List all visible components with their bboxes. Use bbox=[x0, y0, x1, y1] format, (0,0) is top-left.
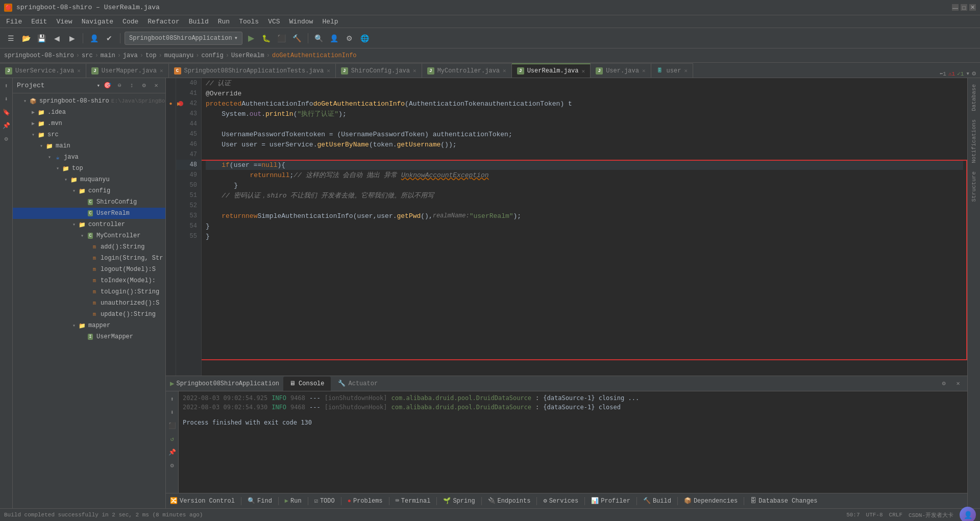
bt-services[interactable]: ⚙ Services bbox=[543, 497, 578, 505]
tab-usermapper[interactable]: J UserMapper.java ✕ bbox=[86, 63, 169, 78]
menu-code[interactable]: Code bbox=[118, 17, 142, 27]
console-stop-button[interactable]: ⬛ bbox=[166, 420, 178, 431]
crumb-method[interactable]: doGetAuthenticationInfo bbox=[272, 52, 357, 59]
bottom-tab-actuator[interactable]: 🔧 Actuator bbox=[332, 377, 384, 391]
tab-close-user[interactable]: ✕ bbox=[642, 67, 646, 74]
project-header-close[interactable]: ✕ bbox=[151, 81, 161, 91]
console-down-button[interactable]: ⬇ bbox=[166, 407, 178, 418]
tab-close-mycontroller[interactable]: ✕ bbox=[503, 67, 506, 74]
bt-find[interactable]: 🔍 Find bbox=[248, 497, 272, 505]
status-position[interactable]: 50:7 bbox=[846, 507, 860, 521]
bt-version-control[interactable]: 🔀 Version Control bbox=[170, 497, 235, 505]
bt-db-changes[interactable]: 🗄 Database Changes bbox=[750, 497, 817, 505]
console-up-button[interactable]: ⬆ bbox=[166, 393, 178, 405]
console-pin-button[interactable]: 📌 bbox=[166, 446, 178, 458]
bt-dependencies[interactable]: 📦 Dependencies bbox=[684, 497, 738, 505]
run-button[interactable]: ▶ bbox=[244, 32, 258, 45]
code-content[interactable]: // 认证 @Override protected Authentication… bbox=[202, 78, 967, 376]
avatar[interactable]: 👤 bbox=[960, 507, 976, 521]
tab-close-usermapper[interactable]: ✕ bbox=[160, 67, 163, 74]
bottom-tab-console[interactable]: 🖥 Console bbox=[283, 377, 330, 391]
menu-vcs[interactable]: VCS bbox=[264, 17, 284, 27]
menu-run[interactable]: Run bbox=[214, 17, 234, 27]
project-header-settings[interactable]: ⚙ bbox=[139, 81, 149, 91]
crumb-muquanyu[interactable]: muquanyu bbox=[164, 52, 194, 59]
bt-build[interactable]: 🔨 Build bbox=[643, 497, 671, 505]
tree-item-add[interactable]: m add():String bbox=[13, 241, 165, 253]
tab-userrealm[interactable]: J UserRealm.java ✕ bbox=[512, 63, 591, 78]
tree-item-usermapper[interactable]: I UserMapper bbox=[13, 331, 165, 342]
bt-terminal[interactable]: ⌨ Terminal bbox=[396, 497, 431, 505]
translate-button[interactable]: 🌐 bbox=[358, 32, 372, 45]
tree-item-userrealm[interactable]: C UserRealm bbox=[13, 208, 165, 219]
close-button[interactable]: ✕ bbox=[969, 4, 976, 11]
bottom-panel-settings[interactable]: ⚙ bbox=[939, 379, 949, 389]
bt-endpoints[interactable]: 🔌 Endpoints bbox=[488, 497, 531, 505]
project-dropdown-arrow[interactable]: ▾ bbox=[96, 82, 100, 89]
menu-refactor[interactable]: Refactor bbox=[143, 17, 183, 27]
project-header-sort[interactable]: ↕ bbox=[127, 81, 137, 91]
bt-run[interactable]: ▶ Run bbox=[285, 497, 302, 505]
status-csdn[interactable]: CSDN-开发者大卡 bbox=[909, 507, 953, 521]
bottom-panel-close[interactable]: ✕ bbox=[953, 379, 963, 389]
tree-item-login[interactable]: m login(String, Str bbox=[13, 253, 165, 264]
tree-item-update[interactable]: m update():String bbox=[13, 309, 165, 320]
tab-close-userrealm[interactable]: ✕ bbox=[582, 68, 585, 75]
tree-item-java[interactable]: ▾ ☕ java bbox=[13, 152, 165, 163]
settings-button[interactable]: ⚙ bbox=[343, 32, 356, 45]
crumb-src[interactable]: src bbox=[82, 52, 93, 59]
project-header-collapse[interactable]: ⊖ bbox=[114, 81, 125, 91]
tree-item-module[interactable]: ▾ 📦 springboot-08-shiro E:\Java\SpringBo… bbox=[13, 95, 165, 107]
status-linesep[interactable]: CRLF bbox=[889, 507, 902, 521]
tree-item-muquanyu[interactable]: ▾ 📁 muquanyu bbox=[13, 174, 165, 185]
toolbar-git-button[interactable]: 👤 bbox=[87, 32, 101, 45]
tree-item-toindex[interactable]: m toIndex(Model): bbox=[13, 275, 165, 286]
left-tool-btn-3[interactable]: 🔖 bbox=[1, 107, 12, 118]
menu-window[interactable]: Window bbox=[285, 17, 317, 27]
tree-item-mvn[interactable]: ▶ 📁 .mvn bbox=[13, 118, 165, 129]
right-panel-database[interactable]: Database bbox=[969, 80, 979, 115]
crumb-java[interactable]: java bbox=[123, 52, 138, 59]
maximize-button[interactable]: □ bbox=[961, 4, 967, 11]
tree-item-top[interactable]: ▾ 📁 top bbox=[13, 163, 165, 174]
tab-mycontroller[interactable]: J MyController.java ✕ bbox=[422, 63, 512, 78]
tab-close-shiroconfig[interactable]: ✕ bbox=[413, 67, 416, 74]
tab-scroll-left[interactable]: ⬅1 bbox=[940, 70, 946, 77]
tab-userservice[interactable]: J UserService.java ✕ bbox=[0, 63, 86, 78]
toolbar-commit-button[interactable]: ✔ bbox=[103, 32, 116, 45]
console-rerun-button[interactable]: ↺ bbox=[166, 433, 178, 444]
menu-navigate[interactable]: Navigate bbox=[78, 17, 117, 27]
tab-close-userservice[interactable]: ✕ bbox=[77, 67, 81, 74]
menu-file[interactable]: File bbox=[2, 17, 26, 27]
tree-item-config[interactable]: ▾ 📁 config bbox=[13, 185, 165, 196]
tab-shiroconfig[interactable]: J ShiroConfig.java ✕ bbox=[336, 63, 422, 78]
console-settings-button[interactable]: ⚙ bbox=[166, 460, 178, 471]
crumb-project[interactable]: springboot-08-shiro bbox=[4, 52, 74, 59]
bt-todo[interactable]: ☑ TODO bbox=[314, 497, 335, 505]
crumb-userrealm[interactable]: UserRealm bbox=[231, 52, 264, 59]
tab-settings-icon[interactable]: ⚙ bbox=[972, 69, 976, 78]
minimize-button[interactable]: — bbox=[952, 4, 959, 11]
toolbar-menu-button[interactable]: ☰ bbox=[4, 32, 17, 45]
tree-item-tologin[interactable]: m toLogin():String bbox=[13, 286, 165, 297]
toolbar-forward-button[interactable]: ▶ bbox=[65, 32, 79, 45]
debug-button[interactable]: 🐛 bbox=[260, 32, 273, 45]
tree-item-idea[interactable]: ▶ 📁 .idea bbox=[13, 107, 165, 118]
right-panel-structure[interactable]: Structure bbox=[969, 167, 979, 206]
left-tool-btn-4[interactable]: 📌 bbox=[1, 120, 12, 131]
tree-item-mapper[interactable]: ▾ 📁 mapper bbox=[13, 320, 165, 331]
menu-tools[interactable]: Tools bbox=[235, 17, 263, 27]
menu-view[interactable]: View bbox=[52, 17, 76, 27]
left-tool-btn-5[interactable]: ⚙ bbox=[1, 133, 12, 144]
bt-spring[interactable]: 🌱 Spring bbox=[443, 497, 475, 505]
menu-help[interactable]: Help bbox=[318, 17, 342, 27]
tab-user[interactable]: J User.java ✕ bbox=[591, 63, 651, 78]
tab-userdb[interactable]: 🗄 user ✕ bbox=[651, 63, 693, 78]
crumb-main[interactable]: main bbox=[101, 52, 115, 59]
toolbar-save-button[interactable]: 💾 bbox=[35, 32, 48, 45]
menu-edit[interactable]: Edit bbox=[27, 17, 51, 27]
crumb-config[interactable]: config bbox=[202, 52, 224, 59]
profile-button[interactable]: 👤 bbox=[328, 32, 341, 45]
tab-close-db[interactable]: ✕ bbox=[684, 67, 688, 74]
bt-profiler[interactable]: 📊 Profiler bbox=[591, 497, 630, 505]
